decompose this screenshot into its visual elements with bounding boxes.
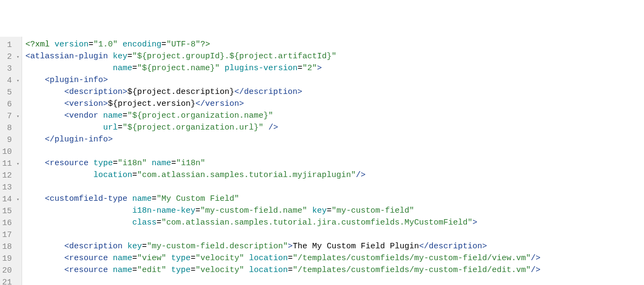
- code-line[interactable]: [25, 229, 540, 241]
- line-number: 12: [0, 169, 22, 181]
- fold-toggle-icon[interactable]: ▾: [12, 161, 19, 167]
- line-number: 21: [0, 276, 22, 285]
- code-line[interactable]: <customfield-type name="My Custom Field": [25, 193, 540, 205]
- code-line[interactable]: </plugin-info>: [25, 134, 540, 146]
- line-number: 19: [0, 253, 22, 264]
- fold-toggle-icon[interactable]: ▾: [12, 113, 19, 119]
- fold-toggle-icon[interactable]: ▾: [12, 196, 19, 202]
- line-number-value: 10: [0, 147, 12, 157]
- line-number-value: 21: [0, 278, 12, 286]
- line-number-value: 19: [0, 254, 12, 263]
- code-line[interactable]: <?xml version="1.0" encoding="UTF-8"?>: [25, 39, 540, 51]
- line-number-value: 2: [0, 52, 12, 62]
- line-number-value: 8: [0, 124, 12, 133]
- line-number: 5: [0, 86, 22, 98]
- line-number-value: 7: [0, 112, 12, 121]
- line-number-gutter: 12▾34▾567▾891011▾121314▾1516171819202122…: [0, 37, 22, 285]
- line-number: 17: [0, 229, 22, 241]
- line-number-value: 17: [0, 230, 12, 240]
- line-number: 2▾: [0, 51, 22, 63]
- line-number: 20: [0, 264, 22, 276]
- code-line[interactable]: <version>${project.version}</version>: [25, 98, 540, 110]
- code-line[interactable]: <description>${project.description}</des…: [25, 86, 540, 98]
- line-number: 13: [0, 181, 22, 193]
- fold-toggle-icon[interactable]: ▾: [12, 78, 19, 84]
- line-number-value: 12: [0, 171, 12, 180]
- line-number: 16: [0, 217, 22, 229]
- line-number-value: 11: [0, 159, 12, 168]
- line-number: 8: [0, 122, 22, 134]
- line-number: 10: [0, 146, 22, 158]
- line-number: 4▾: [0, 74, 22, 86]
- code-line[interactable]: url="${project.organization.url}" />: [25, 122, 540, 134]
- line-number-value: 15: [0, 207, 12, 216]
- line-number-value: 14: [0, 195, 12, 204]
- code-editor: 12▾34▾567▾891011▾121314▾1516171819202122…: [0, 37, 644, 285]
- code-area[interactable]: <?xml version="1.0" encoding="UTF-8"?><a…: [22, 37, 544, 285]
- code-line[interactable]: name="${project.name}" plugins-version="…: [25, 63, 540, 74]
- line-number: 11▾: [0, 158, 22, 169]
- code-line[interactable]: i18n-name-key="my-custom-field.name" key…: [25, 205, 540, 217]
- code-line[interactable]: location="com.atlassian.samples.tutorial…: [25, 169, 540, 181]
- line-number: 1: [0, 39, 22, 51]
- line-number-value: 5: [0, 88, 12, 97]
- code-line[interactable]: <resource type="i18n" name="i18n": [25, 158, 540, 169]
- line-number-value: 20: [0, 266, 12, 275]
- line-number-value: 16: [0, 219, 12, 228]
- code-line[interactable]: [25, 146, 540, 158]
- code-line[interactable]: <description key="my-custom-field.descri…: [25, 241, 540, 253]
- line-number-value: 9: [0, 135, 12, 145]
- line-number: 14▾: [0, 193, 22, 205]
- line-number-value: 3: [0, 64, 12, 73]
- code-line[interactable]: class="com.atlassian.samples.tutorial.ji…: [25, 217, 540, 229]
- code-line[interactable]: <resource name="edit" type="velocity" lo…: [25, 264, 540, 276]
- line-number-value: 13: [0, 183, 12, 192]
- code-line[interactable]: [25, 181, 540, 193]
- line-number: 15: [0, 205, 22, 217]
- line-number-value: 6: [0, 100, 12, 109]
- code-line[interactable]: <plugin-info>: [25, 74, 540, 86]
- line-number: 9: [0, 134, 22, 146]
- code-line[interactable]: <vendor name="${project.organization.nam…: [25, 110, 540, 122]
- line-number: 3: [0, 63, 22, 74]
- code-line[interactable]: <resource name="view" type="velocity" lo…: [25, 253, 540, 264]
- line-number: 7▾: [0, 110, 22, 122]
- code-line[interactable]: [25, 276, 540, 285]
- line-number: 18: [0, 241, 22, 253]
- line-number-value: 18: [0, 242, 12, 252]
- code-line[interactable]: <atlassian-plugin key="${project.groupId…: [25, 51, 540, 63]
- fold-toggle-icon[interactable]: ▾: [12, 54, 19, 60]
- line-number: 6: [0, 98, 22, 110]
- line-number-value: 1: [0, 40, 12, 50]
- line-number-value: 4: [0, 76, 12, 85]
